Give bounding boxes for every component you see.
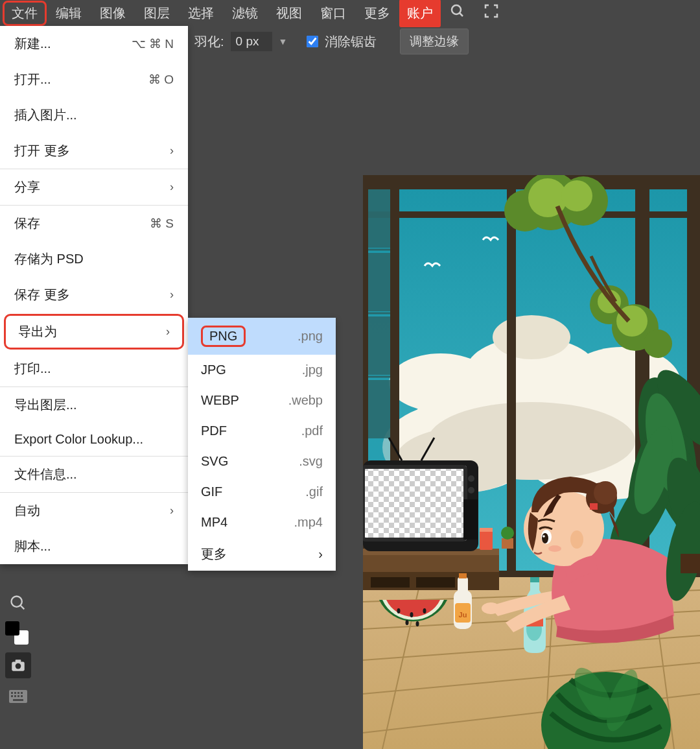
svg-point-92 [406, 620, 409, 625]
menu-more[interactable]: 更多 [355, 1, 399, 26]
file-save[interactable]: 保存⌘ S [0, 206, 188, 241]
svg-rect-78 [363, 466, 467, 541]
export-webp[interactable]: WEBP.webp [188, 385, 336, 416]
chevron-right-icon: › [170, 180, 174, 194]
svg-point-88 [501, 527, 514, 540]
file-menu: 新建...⌥ ⌘ N 打开...⌘ O 插入图片... 打开 更多› 分享› 保… [0, 26, 188, 564]
menubar: 文件 编辑 图像 图层 选择 滤镜 视图 窗口 更多 账户 [0, 0, 700, 26]
svg-rect-14 [18, 695, 19, 697]
svg-point-115 [548, 545, 561, 552]
toolbox [0, 586, 36, 713]
svg-rect-85 [480, 530, 493, 550]
canvas-image: Ju [363, 175, 700, 749]
svg-rect-15 [21, 695, 23, 697]
file-export-layers[interactable]: 导出图层... [0, 387, 188, 423]
svg-point-5 [16, 663, 21, 669]
svg-point-25 [389, 353, 493, 412]
svg-rect-75 [371, 577, 410, 588]
fullscreen-icon[interactable] [474, 0, 508, 27]
chevron-right-icon: › [170, 504, 174, 517]
svg-point-113 [542, 533, 548, 543]
file-new[interactable]: 新建...⌥ ⌘ N [0, 26, 188, 62]
adjust-edge-button[interactable]: 调整边缘 [400, 29, 469, 54]
svg-point-108 [570, 530, 583, 549]
svg-point-91 [423, 608, 426, 613]
feather-label: 羽化: [194, 33, 224, 51]
svg-rect-9 [14, 692, 16, 694]
svg-rect-100 [530, 577, 539, 582]
export-pdf[interactable]: PDF.pdf [188, 416, 336, 446]
svg-point-110 [594, 481, 617, 505]
chevron-right-icon: › [166, 325, 170, 339]
menu-filter[interactable]: 滤镜 [223, 1, 267, 26]
chevron-right-icon: › [170, 288, 174, 302]
svg-text:Ju: Ju [459, 611, 467, 619]
menu-window[interactable]: 窗口 [311, 1, 355, 26]
menu-account[interactable]: 账户 [399, 0, 441, 27]
svg-point-53 [561, 180, 592, 211]
file-open-more[interactable]: 打开 更多› [0, 133, 188, 169]
svg-line-1 [460, 13, 463, 16]
file-script[interactable]: 脚本... [0, 529, 188, 564]
color-swatch[interactable] [5, 621, 31, 647]
svg-rect-86 [480, 528, 493, 532]
dropdown-icon[interactable]: ▼ [279, 36, 288, 47]
keyboard-icon[interactable] [5, 684, 31, 709]
svg-point-106 [482, 602, 500, 614]
menu-image[interactable]: 图像 [91, 1, 135, 26]
file-open[interactable]: 打开...⌘ O [0, 62, 188, 97]
svg-point-80 [468, 475, 474, 482]
menu-layer[interactable]: 图层 [135, 1, 179, 26]
svg-point-51 [644, 329, 672, 358]
file-info[interactable]: 文件信息... [0, 457, 188, 492]
svg-point-114 [542, 535, 545, 538]
svg-rect-33 [507, 175, 516, 577]
menu-view[interactable]: 视图 [267, 1, 311, 26]
search-icon[interactable] [441, 0, 474, 27]
file-save-more[interactable]: 保存 更多› [0, 277, 188, 313]
menu-select[interactable]: 选择 [179, 1, 223, 26]
svg-point-2 [12, 597, 22, 607]
file-print[interactable]: 打印... [0, 351, 188, 386]
svg-rect-8 [11, 692, 13, 694]
foreground-color-swatch[interactable] [5, 621, 19, 636]
menu-file[interactable]: 文件 [3, 1, 47, 26]
file-export-color-lookup[interactable]: Export Color Lookup... [0, 423, 188, 456]
svg-point-81 [468, 487, 474, 493]
svg-point-27 [493, 315, 570, 359]
feather-input[interactable] [231, 32, 272, 51]
svg-rect-6 [16, 660, 21, 662]
svg-rect-99 [530, 581, 539, 593]
file-export-as[interactable]: 导出为› [4, 314, 184, 350]
svg-point-89 [397, 608, 401, 613]
svg-rect-111 [590, 503, 598, 510]
svg-point-93 [416, 621, 419, 626]
file-save-psd[interactable]: 存储为 PSD [0, 241, 188, 277]
file-insert-image[interactable]: 插入图片... [0, 97, 188, 133]
svg-rect-118 [681, 554, 700, 573]
menu-edit[interactable]: 编辑 [47, 1, 91, 26]
svg-rect-12 [11, 695, 13, 697]
export-more[interactable]: 更多› [188, 538, 336, 571]
file-auto[interactable]: 自动› [0, 493, 188, 529]
export-gif[interactable]: GIF.gif [188, 477, 336, 507]
svg-rect-76 [416, 577, 455, 588]
antialias-checkbox[interactable] [307, 36, 318, 47]
chevron-right-icon: › [170, 144, 174, 158]
svg-rect-16 [13, 699, 23, 701]
svg-point-0 [452, 5, 461, 14]
svg-rect-10 [18, 692, 19, 694]
svg-rect-87 [502, 538, 513, 549]
export-submenu: PNG.png JPG.jpg WEBP.webp PDF.pdf SVG.sv… [188, 318, 336, 571]
export-png[interactable]: PNG.png [188, 318, 336, 355]
camera-tool-icon[interactable] [5, 652, 31, 678]
export-svg[interactable]: SVG.svg [188, 446, 336, 477]
zoom-tool-icon[interactable] [5, 590, 31, 616]
export-mp4[interactable]: MP4.mp4 [188, 507, 336, 538]
export-jpg[interactable]: JPG.jpg [188, 355, 336, 385]
antialias-label: 消除锯齿 [325, 33, 377, 51]
svg-rect-82 [463, 499, 478, 540]
file-share[interactable]: 分享› [0, 169, 188, 205]
svg-line-3 [21, 606, 25, 610]
chevron-right-icon: › [318, 547, 323, 562]
